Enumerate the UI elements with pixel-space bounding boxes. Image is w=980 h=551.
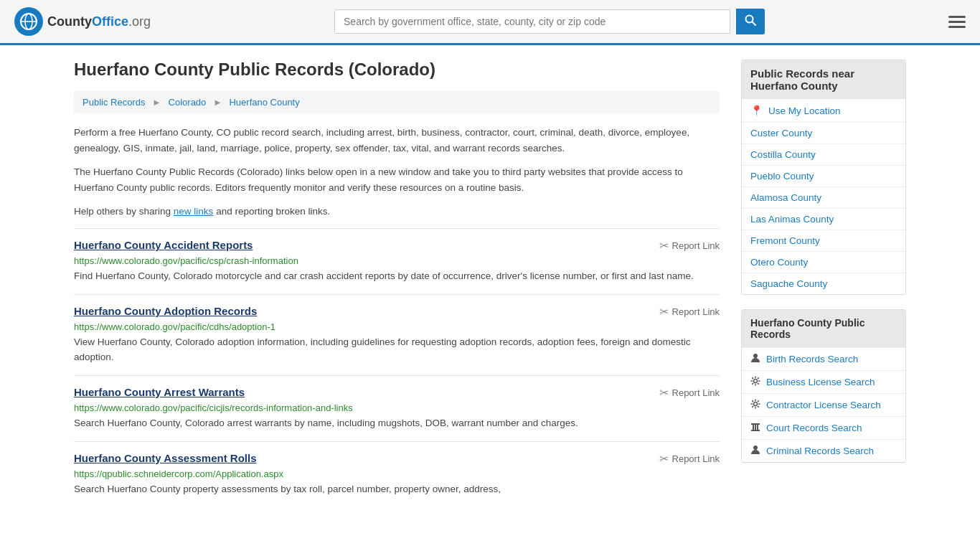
records-container: Huerfano County Accident Reports ✂ Repor… [74, 228, 720, 507]
record-title[interactable]: Huerfano County Assessment Rolls [74, 452, 257, 464]
header: CountyOffice.org [0, 0, 980, 45]
nearby-county-item[interactable]: Pueblo County [742, 165, 905, 187]
breadcrumb-sep-2: ► [213, 97, 222, 108]
report-link-label: Report Link [672, 387, 720, 398]
record-entry: Huerfano County Assessment Rolls ✂ Repor… [74, 441, 720, 507]
nearby-county-link[interactable]: Fremont County [750, 235, 820, 246]
nearby-county-item[interactable]: Custer County [742, 122, 905, 143]
report-link[interactable]: ✂ Report Link [659, 386, 720, 400]
nearby-county-link[interactable]: Las Animas County [750, 214, 834, 225]
svg-rect-8 [751, 430, 760, 431]
gear-icon [750, 399, 760, 411]
record-title[interactable]: Huerfano County Arrest Warrants [74, 386, 245, 398]
record-link-anchor[interactable]: Court Records Search [766, 423, 862, 433]
new-links-link[interactable]: new links [174, 206, 214, 217]
breadcrumb-huerfano[interactable]: Huerfano County [229, 97, 299, 108]
report-scissors-icon: ✂ [659, 386, 669, 400]
nearby-county-item[interactable]: Las Animas County [742, 208, 905, 230]
breadcrumb-public-records[interactable]: Public Records [83, 97, 145, 108]
record-url[interactable]: https://www.colorado.gov/pacific/cdhs/ad… [74, 321, 720, 332]
report-scissors-icon: ✂ [659, 305, 669, 319]
report-scissors-icon: ✂ [659, 452, 669, 466]
nearby-county-item[interactable]: Fremont County [742, 230, 905, 251]
sidebar: Public Records near Huerfano County 📍 Us… [741, 60, 906, 507]
record-title[interactable]: Huerfano County Adoption Records [74, 305, 257, 317]
svg-point-13 [753, 446, 758, 450]
record-link-item[interactable]: Birth Records Search [742, 347, 905, 370]
nearby-county-item[interactable]: Otero County [742, 251, 905, 273]
record-links-container: Birth Records SearchBusiness License Sea… [742, 347, 905, 462]
logo-icon [14, 7, 43, 36]
record-link-item[interactable]: Contractor License Search [742, 393, 905, 416]
person-icon [750, 445, 760, 457]
nearby-county-link[interactable]: Pueblo County [750, 171, 814, 182]
gear-icon [750, 376, 760, 388]
breadcrumb: Public Records ► Colorado ► Huerfano Cou… [74, 91, 720, 113]
record-desc: Search Huerfano County property assessme… [74, 482, 720, 497]
nearby-county-link[interactable]: Alamosa County [750, 192, 821, 203]
record-link-anchor[interactable]: Contractor License Search [766, 400, 881, 410]
nearby-county-link[interactable]: Saguache County [750, 278, 827, 289]
nearby-county-item[interactable]: Saguache County [742, 273, 905, 294]
search-button[interactable] [736, 9, 765, 34]
menu-icon[interactable] [948, 16, 966, 28]
svg-rect-10 [753, 425, 754, 430]
record-entry: Huerfano County Arrest Warrants ✂ Report… [74, 375, 720, 441]
main-content: Huerfano County Public Records (Colorado… [60, 45, 920, 522]
pillar-icon [750, 422, 760, 434]
svg-rect-12 [757, 425, 758, 430]
record-link-anchor[interactable]: Birth Records Search [766, 354, 858, 364]
record-link-item[interactable]: Criminal Records Search [742, 439, 905, 462]
record-header: Huerfano County Adoption Records ✂ Repor… [74, 305, 720, 319]
nearby-county-link[interactable]: Otero County [750, 257, 808, 268]
svg-rect-9 [751, 423, 760, 425]
use-my-location-link[interactable]: Use My Location [768, 105, 841, 116]
page-title: Huerfano County Public Records (Colorado… [74, 60, 720, 80]
record-title[interactable]: Huerfano County Accident Reports [74, 239, 253, 251]
svg-rect-11 [755, 425, 756, 430]
report-link[interactable]: ✂ Report Link [659, 239, 720, 253]
record-url[interactable]: https://www.colorado.gov/pacific/cicjis/… [74, 402, 720, 413]
description-3: Help others by sharing new links and rep… [74, 204, 720, 220]
nearby-county-link[interactable]: Custer County [750, 128, 812, 138]
nearby-county-item[interactable]: Costilla County [742, 143, 905, 165]
record-desc: Find Huerfano County, Colorado motorcycl… [74, 269, 720, 284]
person-icon [750, 353, 760, 365]
record-link-anchor[interactable]: Business License Search [766, 377, 875, 387]
svg-line-4 [753, 22, 756, 26]
nearby-county-link[interactable]: Costilla County [750, 149, 816, 160]
search-area [334, 9, 765, 34]
content-left: Huerfano County Public Records (Colorado… [74, 60, 720, 507]
record-url[interactable]: https://www.colorado.gov/pacific/csp/cra… [74, 255, 720, 266]
record-desc: Search Huerfano County, Colorado arrest … [74, 416, 720, 431]
report-scissors-icon: ✂ [659, 239, 669, 253]
breadcrumb-colorado[interactable]: Colorado [169, 97, 207, 108]
nearby-county-item[interactable]: Alamosa County [742, 187, 905, 208]
report-link-label: Report Link [672, 240, 720, 251]
description-2: The Huerfano County Public Records (Colo… [74, 164, 720, 195]
record-header: Huerfano County Arrest Warrants ✂ Report… [74, 386, 720, 400]
svg-point-5 [753, 354, 758, 358]
record-entry: Huerfano County Adoption Records ✂ Repor… [74, 294, 720, 375]
report-link[interactable]: ✂ Report Link [659, 452, 720, 466]
record-url[interactable]: https://qpublic.schneidercorp.com/Applic… [74, 468, 720, 479]
record-link-anchor[interactable]: Criminal Records Search [766, 446, 874, 456]
breadcrumb-sep-1: ► [152, 97, 161, 108]
nearby-box: Public Records near Huerfano County 📍 Us… [741, 60, 906, 295]
record-link-item[interactable]: Court Records Search [742, 416, 905, 439]
report-link-label: Report Link [672, 453, 720, 464]
description-1: Perform a free Huerfano County, CO publi… [74, 125, 720, 156]
search-input[interactable] [334, 9, 730, 34]
nearby-counties-container: Custer CountyCostilla CountyPueblo Count… [742, 122, 905, 294]
report-link-label: Report Link [672, 306, 720, 317]
location-icon: 📍 [750, 105, 763, 116]
records-title: Huerfano County Public Records [742, 310, 905, 347]
svg-point-6 [754, 380, 758, 383]
nearby-title: Public Records near Huerfano County [742, 60, 905, 99]
record-link-item[interactable]: Business License Search [742, 370, 905, 393]
logo-text: CountyOffice.org [47, 14, 151, 29]
svg-point-7 [754, 402, 758, 406]
report-link[interactable]: ✂ Report Link [659, 305, 720, 319]
use-my-location-item[interactable]: 📍 Use My Location [742, 99, 905, 122]
logo-area[interactable]: CountyOffice.org [14, 7, 151, 36]
